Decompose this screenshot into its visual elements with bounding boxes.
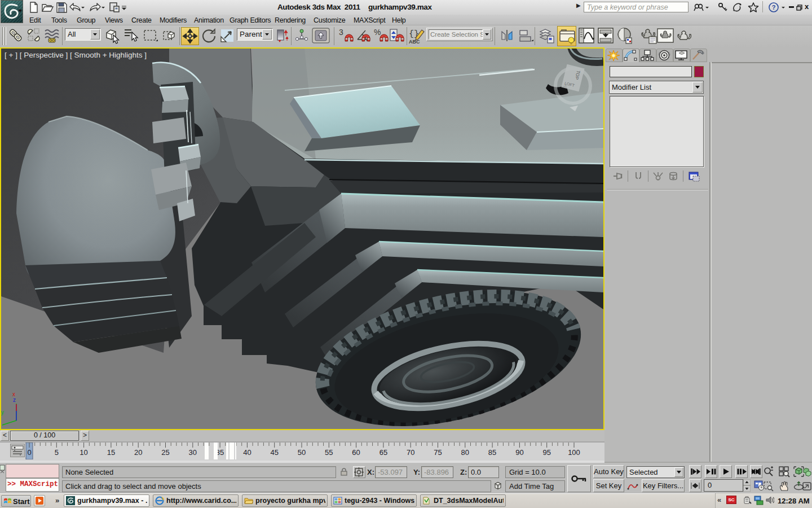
svg-text:85: 85 [488, 448, 496, 457]
svg-text:45: 45 [270, 448, 278, 457]
svg-text:50: 50 [298, 448, 306, 457]
svg-text:90: 90 [515, 448, 523, 457]
svg-text:65: 65 [379, 448, 387, 457]
svg-text:5: 5 [55, 448, 59, 457]
svg-text:40: 40 [243, 448, 251, 457]
svg-text:55: 55 [325, 448, 333, 457]
svg-text:15: 15 [107, 448, 115, 457]
svg-text:y: y [1, 409, 4, 415]
svg-text:%: % [374, 28, 381, 37]
svg-text:80: 80 [461, 448, 469, 457]
svg-text:ABC: ABC [409, 39, 420, 45]
svg-text:100: 100 [568, 448, 580, 457]
svg-text:70: 70 [407, 448, 414, 457]
svg-text:z: z [13, 397, 16, 403]
svg-text:10: 10 [80, 448, 87, 457]
svg-text:95: 95 [542, 448, 550, 457]
svg-text:3: 3 [339, 28, 343, 37]
svg-text:[ + ] [ Perspective ] [ Smooth: [ + ] [ Perspective ] [ Smooth + Highlig… [5, 51, 147, 59]
svg-text:20: 20 [134, 448, 142, 457]
svg-text:25: 25 [161, 448, 169, 457]
svg-text:60: 60 [352, 448, 360, 457]
svg-text:75: 75 [434, 448, 442, 457]
svg-text:0: 0 [27, 448, 31, 457]
svg-text:?: ? [772, 4, 776, 11]
svg-text:30: 30 [189, 448, 197, 457]
